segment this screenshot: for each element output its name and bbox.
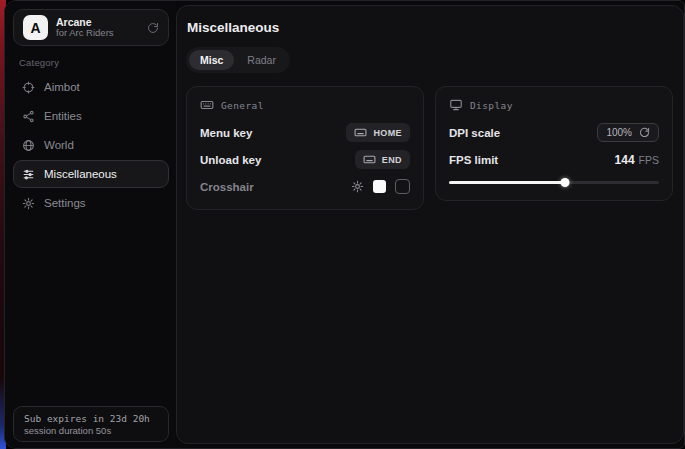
category-label: Category [19, 57, 59, 68]
fps-limit-row: FPS limit 144 FPS [449, 150, 659, 169]
tab-misc[interactable]: Misc [189, 50, 234, 70]
brand-text: Arcane for Arc Riders [56, 16, 139, 39]
sidebar-item-entities[interactable]: Entities [13, 102, 169, 130]
crosshair-label: Crosshair [200, 181, 254, 193]
sidebar-item-world[interactable]: World [13, 131, 169, 159]
fps-limit-value: 144 FPS [615, 153, 659, 167]
menu-key-value: HOME [373, 128, 402, 138]
brand-subtitle: for Arc Riders [56, 28, 139, 39]
crosshair-color-swatch[interactable] [373, 180, 386, 193]
fps-slider-fill [449, 181, 565, 184]
keyboard-icon [200, 98, 214, 112]
sidebar-item-label: Settings [44, 197, 86, 209]
display-card-header: Display [449, 98, 659, 112]
main-panel: Miscellaneous Misc Radar General [176, 5, 684, 444]
sidebar-item-label: Miscellaneous [44, 168, 117, 180]
crosshair-settings-gear-icon[interactable] [351, 180, 364, 193]
brand-card: A Arcane for Arc Riders [13, 9, 169, 46]
subscription-expiry: Sub expires in 23d 20h [24, 413, 158, 424]
subscription-card: Sub expires in 23d 20h session duration … [13, 406, 169, 442]
monitor-icon [449, 98, 463, 112]
app-window: A Arcane for Arc Riders Category Aimbot [4, 0, 685, 449]
refresh-cw-icon [639, 127, 650, 138]
fps-limit-label: FPS limit [449, 154, 498, 166]
dpi-scale-row: DPI scale 100% [449, 123, 659, 142]
fps-limit-slider[interactable] [449, 177, 659, 187]
dpi-scale-label: DPI scale [449, 127, 500, 139]
keyboard-icon [363, 153, 376, 166]
globe-icon [22, 139, 35, 152]
crosshair-controls [351, 179, 410, 194]
session-duration: session duration 50s [24, 425, 158, 436]
unload-key-label: Unload key [200, 154, 261, 166]
crosshair-icon [22, 81, 35, 94]
general-card-title: General [221, 100, 264, 111]
gear-icon [22, 197, 35, 210]
menu-key-label: Menu key [200, 127, 252, 139]
fps-slider-thumb[interactable] [560, 178, 569, 187]
display-card: Display DPI scale 100% FPS limit [435, 86, 673, 201]
sliders-icon [22, 168, 35, 181]
sidebar-item-label: Aimbot [44, 81, 80, 93]
menu-key-bind-button[interactable]: HOME [346, 123, 410, 142]
sidebar-item-settings[interactable]: Settings [13, 189, 169, 217]
sidebar-item-label: World [44, 139, 74, 151]
unload-key-row: Unload key END [200, 150, 410, 169]
sidebar-item-label: Entities [44, 110, 82, 122]
page-title: Miscellaneous [187, 20, 673, 35]
sidebar-item-aimbot[interactable]: Aimbot [13, 73, 169, 101]
entities-icon [22, 110, 35, 123]
dpi-scale-stepper[interactable]: 100% [597, 123, 659, 142]
general-card-header: General [200, 98, 410, 112]
brand-logo: A [23, 15, 48, 40]
unload-key-value: END [382, 155, 402, 165]
sidebar-nav: Aimbot Entities World [13, 73, 169, 217]
fps-limit-unit: FPS [639, 154, 659, 166]
cards-row: General Menu key HOME Unload key [186, 86, 673, 210]
menu-key-row: Menu key HOME [200, 123, 410, 142]
sidebar-item-miscellaneous[interactable]: Miscellaneous [13, 160, 169, 188]
unload-key-bind-button[interactable]: END [355, 150, 410, 169]
general-card: General Menu key HOME Unload key [186, 86, 424, 210]
crosshair-row: Crosshair [200, 177, 410, 196]
keyboard-icon [354, 126, 367, 139]
sidebar: A Arcane for Arc Riders Category Aimbot [5, 1, 176, 448]
dpi-scale-value: 100% [606, 127, 632, 138]
tab-bar: Misc Radar [186, 47, 290, 73]
fps-limit-number: 144 [615, 153, 635, 167]
refresh-icon[interactable] [147, 22, 159, 34]
crosshair-checkbox[interactable] [395, 179, 410, 194]
tab-radar[interactable]: Radar [236, 50, 287, 70]
display-card-title: Display [470, 100, 513, 111]
